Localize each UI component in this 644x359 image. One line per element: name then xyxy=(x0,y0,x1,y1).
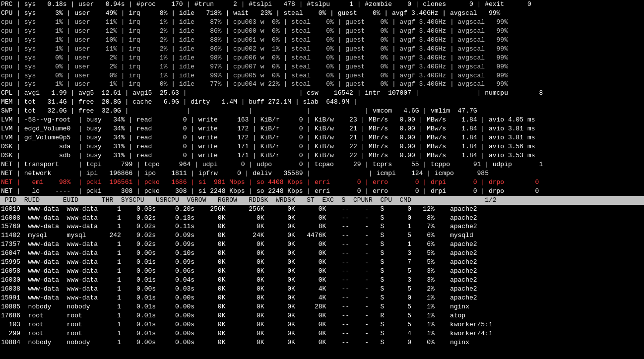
proc-row: 16008 www-data www-data 1 0.02s 0.13s 0K… xyxy=(0,214,644,223)
system-line-cpu2: cpu | sys 1% | user 12% | irq 2% | idle … xyxy=(0,27,644,36)
system-line-cpl: CPL | avg1 1.99 | avg5 12.61 | avg15 25.… xyxy=(0,89,644,98)
system-stats: PRC | sys 0.18s | user 0.94s | #proc 170… xyxy=(0,0,644,196)
system-line-net3: NET | lo ---- | pcki 308 | pcko 308 | si… xyxy=(0,187,644,196)
proc-row: 15760 www-data www-data 1 0.02s 0.11s 0K… xyxy=(0,222,644,231)
system-line-cpu7: cpu | sys 0% | user 0% | irq 1% | idle 9… xyxy=(0,71,644,80)
system-line-cpu0: CPU | sys 3% | user 49% | irq 8% | idle … xyxy=(0,9,644,18)
proc-row: 299 root root 1 0.01s 0.00s 0K 0K 0K 0K … xyxy=(0,329,644,338)
system-line-prc: PRC | sys 0.18s | user 0.94s | #proc 170… xyxy=(0,0,644,9)
system-line-lvm1: LVM | edgd_Volume0 | busy 34% | read 0 |… xyxy=(0,124,644,133)
proc-row: 11402 mysql mysql 242 0.02s 0.09s 0K 24K… xyxy=(0,231,644,240)
system-line-mem: MEM | tot 31.4G | free 20.8G | cache 6.9… xyxy=(0,98,644,107)
proc-row: 10885 nobody nobody 1 0.01s 0.00s 0K 0K … xyxy=(0,302,644,311)
system-line-swp: SWP | tot 32.0G | free 32.0G | | | | | v… xyxy=(0,107,644,116)
system-line-cpu3: cpu | sys 1% | user 10% | irq 2% | idle … xyxy=(0,36,644,45)
proc-row: 10884 nobody nobody 1 0.00s 0.00s 0K 0K … xyxy=(0,338,644,347)
system-line-dsk0: DSK | sda | busy 31% | read 0 | write 17… xyxy=(0,142,644,151)
proc-row: 17686 root root 1 0.01s 0.00s 0K 0K 0K 0… xyxy=(0,311,644,320)
system-line-cpu6: cpu | sys 0% | user 2% | irq 1% | idle 9… xyxy=(0,62,644,71)
system-line-net1: NET | network | ipi 196866 | ipo 1811 | … xyxy=(0,169,644,178)
system-line-cpu5: cpu | sys 0% | user 2% | irq 1% | idle 9… xyxy=(0,54,644,62)
system-line-net0: NET | transport | tcpi 799 | tcpo 964 | … xyxy=(0,160,644,169)
terminal: PRC | sys 0.18s | user 0.94s | #proc 170… xyxy=(0,0,644,359)
system-line-dsk1: DSK | sdb | busy 31% | read 0 | write 17… xyxy=(0,151,644,160)
system-line-cpu4: cpu | sys 1% | user 11% | irq 2% | idle … xyxy=(0,45,644,54)
system-line-lvm2: LVM | gd_Volume0p5 | busy 34% | read 0 |… xyxy=(0,133,644,142)
process-table: PID RUID EUID THR SYSCPU USRCPU VGROW RG… xyxy=(0,196,644,347)
proc-row: 15995 www-data www-data 1 0.01s 0.09s 0K… xyxy=(0,258,644,267)
system-line-cpu1: cpu | sys 1% | user 11% | irq 1% | idle … xyxy=(0,18,644,27)
proc-row: 16038 www-data www-data 1 0.00s 0.03s 0K… xyxy=(0,285,644,294)
proc-row: 15991 www-data www-data 1 0.01s 0.00s 0K… xyxy=(0,294,644,302)
system-line-cpu8: cpu | sys 1% | user 1% | irq 0% | idle 7… xyxy=(0,80,644,89)
proc-row: 16047 www-data www-data 1 0.00s 0.10s 0K… xyxy=(0,249,644,258)
proc-row: 17357 www-data www-data 1 0.02s 0.09s 0K… xyxy=(0,240,644,249)
proc-row: 16030 www-data www-data 1 0.01s 0.04s 0K… xyxy=(0,276,644,285)
system-line-lvm0: LVM | -58--vg-root | busy 34% | read 0 |… xyxy=(0,116,644,124)
proc-row: 16058 www-data www-data 1 0.00s 0.06s 0K… xyxy=(0,267,644,276)
proc-row: 16019 www-data www-data 1 0.03s 0.20s 25… xyxy=(0,205,644,214)
proc-row: 103 root root 1 0.01s 0.00s 0K 0K 0K 0K … xyxy=(0,320,644,329)
system-line-net2: NET | em1 98% | pcki 196561 | pcko 1686 … xyxy=(0,178,644,187)
proc-table-header: PID RUID EUID THR SYSCPU USRCPU VGROW RG… xyxy=(0,196,644,205)
